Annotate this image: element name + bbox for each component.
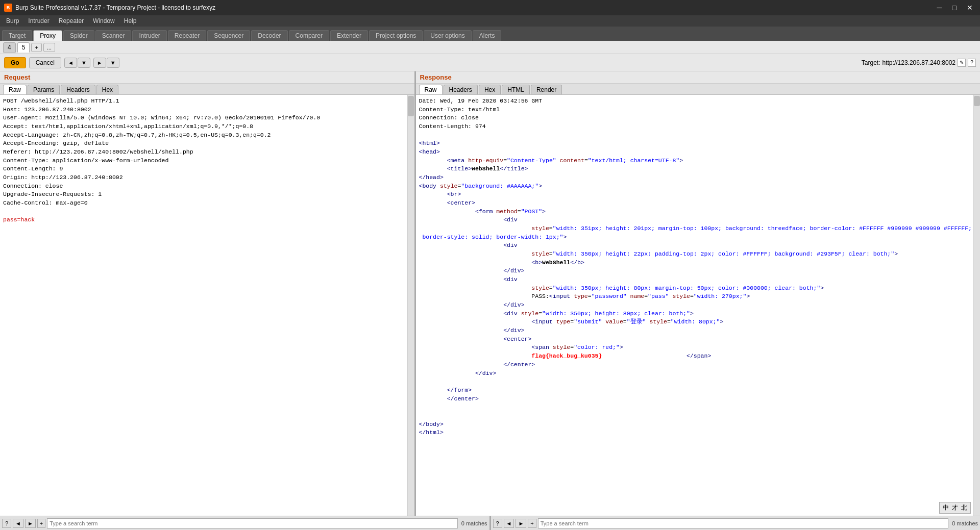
close-button[interactable]: ✕	[964, 3, 976, 13]
target-info: Target: http://123.206.87.240:8002 ✎ ?	[862, 59, 976, 67]
res-search-add[interactable]: +	[528, 519, 536, 528]
target-edit-icon[interactable]: ✎	[958, 59, 966, 67]
maximize-button[interactable]: □	[949, 3, 960, 13]
repeater-tab-4[interactable]: 4	[3, 42, 16, 53]
request-tab-headers[interactable]: Headers	[61, 85, 95, 94]
request-panel: Request Raw Params Headers Hex POST /web…	[0, 71, 416, 516]
target-url: http://123.206.87.240:8002	[883, 59, 955, 66]
cancel-button[interactable]: Cancel	[29, 57, 61, 68]
req-matches: 0 matches	[461, 520, 487, 526]
response-tab-html[interactable]: HTML	[502, 85, 530, 94]
panels-row: Request Raw Params Headers Hex POST /web…	[0, 71, 980, 516]
request-content: POST /webshell/shell.php HTTP/1.1 Host: …	[0, 95, 414, 516]
request-search-input[interactable]	[47, 518, 458, 528]
tab-proxy[interactable]: Proxy	[33, 30, 62, 41]
prev-arrow-button[interactable]: ◄	[64, 58, 77, 68]
menu-window[interactable]: Window	[89, 16, 119, 26]
response-title: Response	[420, 73, 452, 81]
go-button[interactable]: Go	[4, 57, 26, 68]
repeater-tab-add[interactable]: +	[31, 43, 41, 52]
main-area: Request Raw Params Headers Hex POST /web…	[0, 71, 980, 530]
request-tabs: Raw Params Headers Hex	[0, 84, 414, 95]
tab-sequencer[interactable]: Sequencer	[207, 30, 250, 41]
tab-extender[interactable]: Extender	[330, 30, 368, 41]
repeater-tab-more[interactable]: ...	[43, 43, 55, 52]
repeater-tabs: 4 5 + ...	[0, 41, 980, 54]
tab-scanner[interactable]: Scanner	[95, 30, 132, 41]
tab-spider[interactable]: Spider	[63, 30, 94, 41]
response-tab-raw[interactable]: Raw	[419, 85, 443, 94]
response-tab-hex[interactable]: Hex	[479, 85, 501, 94]
target-label: Target:	[862, 59, 880, 66]
tab-comparer[interactable]: Comparer	[289, 30, 329, 41]
next-dropdown-button[interactable]: ▼	[107, 58, 119, 68]
cn-char-1[interactable]: 中	[943, 503, 949, 512]
target-help-icon[interactable]: ?	[968, 59, 976, 67]
req-search-add[interactable]: +	[37, 519, 45, 528]
response-tab-headers[interactable]: Headers	[444, 85, 478, 94]
menu-bar: Burp Intruder Repeater Window Help	[0, 15, 980, 27]
tab-project-options[interactable]: Project options	[369, 30, 423, 41]
tab-target[interactable]: Target	[2, 30, 32, 41]
req-search-prev[interactable]: ◄	[13, 519, 23, 528]
tab-intruder[interactable]: Intruder	[132, 30, 166, 41]
title-text: Burp Suite Professional v1.7.37 - Tempor…	[15, 4, 215, 11]
menu-burp[interactable]: Burp	[2, 16, 23, 26]
nav-tabs: Target Proxy Spider Scanner Intruder Rep…	[0, 27, 980, 41]
prev-dropdown-button[interactable]: ▼	[78, 58, 90, 68]
request-line1: POST /webshell/shell.php HTTP/1.1 Host: …	[3, 97, 320, 223]
response-scrollbar[interactable]	[973, 95, 980, 516]
menu-repeater[interactable]: Repeater	[55, 16, 88, 26]
res-search-help[interactable]: ?	[493, 519, 502, 528]
request-tab-params[interactable]: Params	[28, 85, 60, 94]
menu-intruder[interactable]: Intruder	[24, 16, 53, 26]
tab-repeater[interactable]: Repeater	[168, 30, 206, 41]
title-bar: B Burp Suite Professional v1.7.37 - Temp…	[0, 0, 980, 15]
response-header: Response	[416, 71, 981, 84]
next-arrow-button[interactable]: ►	[93, 58, 106, 68]
next-arrows: ► ▼	[93, 58, 119, 68]
request-search-section: ? ◄ ► + 0 matches	[0, 516, 491, 530]
request-title: Request	[4, 73, 30, 81]
res-matches: 0 matches	[952, 520, 978, 526]
minimize-button[interactable]: ─	[934, 3, 945, 13]
menu-help[interactable]: Help	[120, 16, 141, 26]
tab-decoder[interactable]: Decoder	[251, 30, 287, 41]
request-scrollbar[interactable]	[407, 95, 414, 516]
res-search-next[interactable]: ►	[516, 519, 526, 528]
tab-user-options[interactable]: User options	[424, 30, 471, 41]
burp-logo: B	[4, 4, 12, 12]
cn-chars-box: 中 才 北	[939, 502, 971, 514]
cn-char-3[interactable]: 北	[961, 503, 967, 512]
response-text: Date: Wed, 19 Feb 2020 03:42:56 GMT Cont…	[416, 95, 981, 516]
req-search-next[interactable]: ►	[25, 519, 36, 528]
request-tab-raw[interactable]: Raw	[3, 85, 27, 94]
response-search-input[interactable]	[538, 518, 949, 528]
request-header: Request	[0, 71, 414, 84]
response-search-section: ? ◄ ► + 0 matches	[491, 516, 981, 530]
bottom-search-row: ? ◄ ► + 0 matches ? ◄ ► + 0 matches	[0, 516, 980, 530]
repeater-tab-5[interactable]: 5	[17, 42, 30, 53]
response-panel: Response Raw Headers Hex HTML Render Dat…	[416, 71, 981, 516]
request-tab-hex[interactable]: Hex	[96, 85, 118, 94]
req-search-help[interactable]: ?	[2, 519, 11, 528]
toolbar: Go Cancel ◄ ▼ ► ▼ Target: http://123.206…	[0, 54, 980, 71]
request-text: POST /webshell/shell.php HTTP/1.1 Host: …	[0, 95, 414, 516]
title-bar-controls: ─ □ ✕	[934, 3, 976, 13]
nav-arrows: ◄ ▼	[64, 58, 90, 68]
response-content: Date: Wed, 19 Feb 2020 03:42:56 GMT Cont…	[416, 95, 981, 516]
title-bar-left: B Burp Suite Professional v1.7.37 - Temp…	[4, 4, 215, 12]
cn-char-2[interactable]: 才	[952, 503, 958, 512]
response-tab-render[interactable]: Render	[531, 85, 562, 94]
tab-alerts[interactable]: Alerts	[473, 30, 502, 41]
response-tabs: Raw Headers Hex HTML Render	[416, 84, 981, 95]
res-search-prev[interactable]: ◄	[504, 519, 514, 528]
